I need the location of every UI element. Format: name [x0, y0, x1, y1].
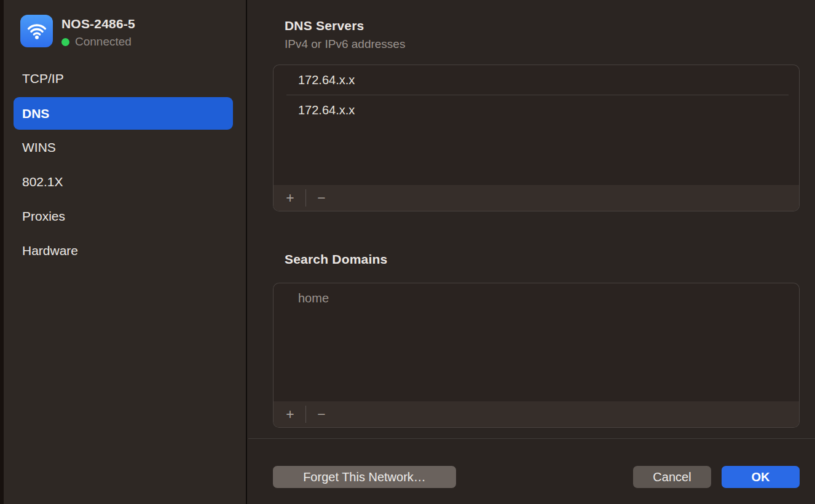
forget-this-network-button[interactable]: Forget This Network… — [273, 466, 456, 488]
remove-dns-server-button[interactable]: − — [310, 185, 333, 211]
dns-servers-listbox: 172.64.x.x 172.64.x.x + − — [273, 65, 800, 211]
dns-settings-panel: DNS Servers IPv4 or IPv6 addresses 172.6… — [248, 0, 815, 504]
sidebar-item-hardware[interactable]: Hardware — [4, 234, 246, 268]
search-domains-rows: home — [274, 283, 799, 313]
dialog-footer: Forget This Network… Cancel OK — [248, 439, 815, 504]
dns-servers-rows: 172.64.x.x 172.64.x.x — [274, 65, 799, 125]
network-status: Connected — [61, 35, 132, 49]
sidebar-item-8021x[interactable]: 802.1X — [4, 165, 246, 199]
sidebar: NOS-2486-5 Connected TCP/IP DNS WINS 802… — [4, 0, 247, 504]
sidebar-item-tcpip[interactable]: TCP/IP — [4, 61, 246, 96]
sidebar-item-dns[interactable]: DNS — [14, 97, 233, 130]
search-domains-listbox: home + − — [273, 283, 800, 428]
cancel-button[interactable]: Cancel — [633, 466, 711, 488]
dns-server-row[interactable]: 172.64.x.x — [274, 95, 799, 125]
add-search-domain-button[interactable]: + — [278, 401, 302, 427]
toolbar-separator — [305, 189, 306, 207]
network-header: NOS-2486-5 Connected — [20, 15, 229, 49]
dns-server-row[interactable]: 172.64.x.x — [274, 65, 799, 95]
sidebar-nav: TCP/IP DNS WINS 802.1X Proxies Hardware — [4, 61, 246, 268]
sidebar-item-wins[interactable]: WINS — [4, 130, 246, 165]
connected-status-dot-icon — [61, 38, 69, 46]
dns-servers-title: DNS Servers — [285, 18, 364, 33]
remove-search-domain-button[interactable]: − — [310, 401, 333, 427]
toolbar-separator — [305, 406, 306, 423]
search-domains-title: Search Domains — [285, 252, 387, 267]
network-details-window: NOS-2486-5 Connected TCP/IP DNS WINS 802… — [0, 0, 815, 504]
plus-icon: + — [286, 190, 294, 207]
plus-icon: + — [286, 406, 294, 423]
network-name: NOS-2486-5 — [61, 17, 135, 31]
dns-servers-subtitle: IPv4 or IPv6 addresses — [285, 37, 405, 51]
wifi-icon — [20, 15, 53, 47]
add-dns-server-button[interactable]: + — [278, 185, 302, 211]
sidebar-item-proxies[interactable]: Proxies — [4, 199, 246, 234]
ok-button[interactable]: OK — [722, 466, 800, 488]
search-domain-row[interactable]: home — [274, 283, 799, 313]
minus-icon: − — [317, 406, 325, 423]
minus-icon: − — [317, 190, 325, 207]
dns-servers-list-toolbar: + − — [274, 185, 799, 211]
network-status-label: Connected — [75, 35, 132, 49]
search-domains-list-toolbar: + − — [274, 401, 799, 427]
